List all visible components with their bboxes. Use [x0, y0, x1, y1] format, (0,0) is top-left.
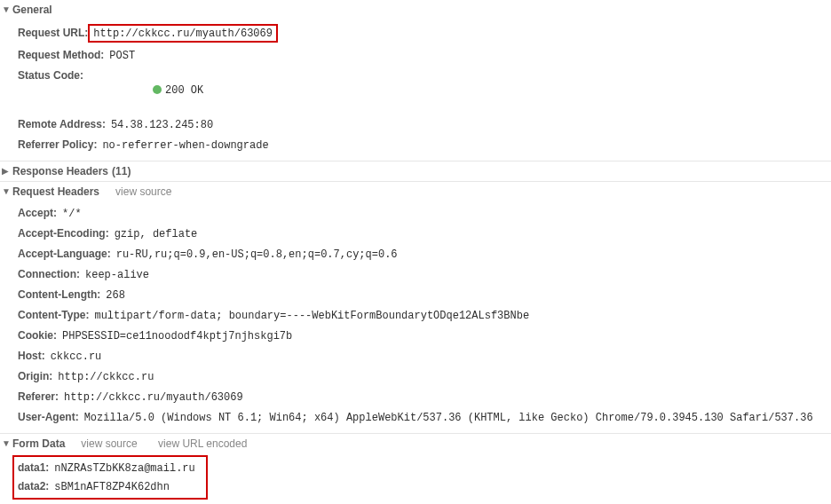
row-accept-language: Accept-Language: ru-RU,ru;q=0.9,en-US;q=… — [18, 244, 831, 264]
row-user-agent: User-Agent: Mozilla/5.0 (Windows NT 6.1;… — [18, 407, 831, 428]
triangle-down-icon: ▼ — [2, 187, 11, 196]
value-accept: */* — [62, 207, 82, 221]
label-content-type: Content-Type: — [18, 308, 89, 322]
section-response-headers-header[interactable]: ▶ Response Headers (11) — [0, 161, 831, 181]
value-status-code: 200 OK — [89, 69, 203, 112]
section-request-headers-title: Request Headers — [12, 185, 99, 198]
label-referrer-policy: Referrer Policy: — [18, 138, 97, 152]
row-cookie: Cookie: PHPSESSID=ce11noododf4kptj7njhsk… — [18, 326, 831, 346]
row-content-length: Content-Length: 268 — [18, 285, 831, 305]
row-connection: Connection: keep-alive — [18, 264, 831, 285]
section-form-data-header[interactable]: ▼ Form Data view source view URL encoded — [0, 434, 831, 453]
section-request-headers: ▼ Request Headers view source Accept: */… — [0, 181, 831, 433]
row-host: Host: ckkcc.ru — [18, 346, 831, 366]
label-content-length: Content-Length: — [18, 287, 100, 302]
link-view-source[interactable]: view source — [115, 185, 171, 198]
row-request-method: Request Method: POST — [18, 45, 831, 66]
value-connection: keep-alive — [85, 268, 149, 282]
value-accept-encoding: gzip, deflate — [115, 227, 198, 241]
highlight-form-data: data1: nNZRAsTZbKK8za@mail.ru data2: sBM… — [12, 455, 208, 500]
section-form-data-links: view source view URL encoded — [81, 437, 265, 450]
value-content-length: 268 — [106, 288, 125, 303]
row-referrer-policy: Referrer Policy: no-referrer-when-downgr… — [18, 135, 831, 155]
label-accept-language: Accept-Language: — [18, 247, 111, 261]
label-request-method: Request Method: — [18, 48, 104, 62]
section-form-data-title: Form Data — [12, 437, 65, 450]
triangle-down-icon: ▼ — [2, 5, 11, 14]
row-referer: Referer: http://ckkcc.ru/myauth/63069 — [18, 387, 831, 407]
row-accept: Accept: */* — [18, 203, 831, 224]
section-response-headers-title: Response Headers — [12, 165, 108, 177]
status-dot-icon — [153, 85, 162, 94]
link-view-url-encoded[interactable]: view URL encoded — [158, 437, 247, 450]
link-view-source[interactable]: view source — [81, 437, 137, 450]
row-status-code: Status Code: 200 OK — [18, 66, 831, 114]
row-data2: data2: sBM1nAFT8ZP4K62dhn — [18, 477, 195, 496]
label-data1: data1: — [18, 461, 49, 475]
value-origin: http://ckkcc.ru — [58, 370, 154, 384]
value-referer: http://ckkcc.ru/myauth/63069 — [64, 390, 243, 405]
network-headers-panel: ▼ General Request URL: http://ckkcc.ru/m… — [0, 0, 831, 504]
triangle-right-icon: ▶ — [2, 167, 11, 176]
value-request-url: http://ckkcc.ru/myauth/63069 — [93, 28, 273, 40]
section-request-headers-header[interactable]: ▼ Request Headers view source — [0, 182, 831, 201]
row-origin: Origin: http://ckkcc.ru — [18, 366, 831, 387]
triangle-down-icon: ▼ — [2, 439, 11, 448]
label-cookie: Cookie: — [18, 328, 57, 343]
value-cookie: PHPSESSID=ce11noododf4kptj7njhskgi7b — [62, 329, 292, 343]
section-response-headers-count: (11) — [112, 165, 131, 177]
value-remote-address: 54.38.123.245:80 — [111, 118, 213, 132]
section-general: ▼ General Request URL: http://ckkcc.ru/m… — [0, 0, 831, 161]
status-code-text: 200 OK — [165, 84, 203, 97]
row-accept-encoding: Accept-Encoding: gzip, deflate — [18, 224, 831, 244]
label-host: Host: — [18, 349, 45, 363]
value-data2: sBM1nAFT8ZP4K62dhn — [54, 480, 170, 494]
label-accept: Accept: — [18, 206, 57, 220]
section-request-headers-links: view source — [115, 185, 189, 198]
section-request-headers-rows: Accept: */* Accept-Encoding: gzip, defla… — [0, 201, 831, 433]
row-content-type: Content-Type: multipart/form-data; bound… — [18, 305, 831, 326]
label-connection: Connection: — [18, 267, 80, 281]
section-form-data: ▼ Form Data view source view URL encoded… — [0, 433, 831, 500]
value-content-type: multipart/form-data; boundary=----WebKit… — [94, 309, 529, 323]
section-response-headers: ▶ Response Headers (11) — [0, 161, 831, 181]
value-referrer-policy: no-referrer-when-downgrade — [102, 138, 268, 153]
row-remote-address: Remote Address: 54.38.123.245:80 — [18, 114, 831, 135]
value-host: ckkcc.ru — [51, 350, 102, 364]
value-user-agent: Mozilla/5.0 (Windows NT 6.1; Win64; x64)… — [84, 411, 813, 425]
section-general-header[interactable]: ▼ General — [0, 0, 831, 20]
value-request-method: POST — [109, 49, 135, 63]
label-data2: data2: — [18, 479, 49, 493]
highlight-request-url: http://ckkcc.ru/myauth/63069 — [88, 24, 278, 43]
section-general-title: General — [12, 4, 52, 16]
row-request-url: Request URL: http://ckkcc.ru/myauth/6306… — [18, 21, 831, 45]
label-status-code: Status Code: — [18, 68, 83, 83]
label-origin: Origin: — [18, 369, 52, 383]
label-remote-address: Remote Address: — [18, 117, 106, 131]
label-request-url: Request URL: — [18, 26, 88, 40]
section-general-rows: Request URL: http://ckkcc.ru/myauth/6306… — [0, 20, 831, 161]
value-accept-language: ru-RU,ru;q=0.9,en-US;q=0.8,en;q=0.7,cy;q… — [116, 248, 398, 262]
label-accept-encoding: Accept-Encoding: — [18, 226, 109, 240]
label-referer: Referer: — [18, 390, 59, 404]
row-data1: data1: nNZRAsTZbKK8za@mail.ru — [18, 459, 195, 477]
value-data1: nNZRAsTZbKK8za@mail.ru — [54, 461, 194, 476]
label-user-agent: User-Agent: — [18, 410, 79, 424]
